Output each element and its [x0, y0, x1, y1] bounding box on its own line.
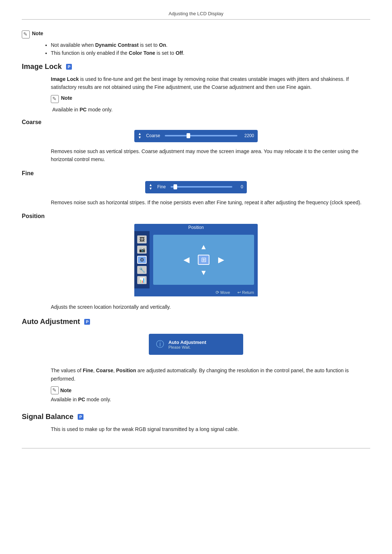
coarse-heading: Coarse [22, 119, 370, 126]
signal-balance-section: Signal Balance P This is used to make up… [22, 413, 370, 433]
bold-fine: Fine [83, 368, 93, 373]
image-lock-note-text: Available in PC mode only. [52, 107, 370, 112]
image-lock-description: Image Lock is used to fine-tune and get … [51, 75, 370, 91]
coarse-down-arrow[interactable]: ▼ [138, 136, 142, 139]
fine-down-arrow[interactable]: ▼ [149, 187, 152, 190]
bold-coarse: Coarse [96, 368, 113, 373]
auto-adjustment-title: Auto Adjustment [22, 317, 80, 326]
position-left-arrow[interactable]: ◀ [184, 255, 189, 264]
auto-adjustment-description: The values of Fine, Coarse, Position are… [51, 366, 370, 383]
position-heading: Position [22, 213, 370, 219]
auto-adjustment-section: Auto Adjustment P ⓘ Auto Adjustment Plea… [22, 317, 370, 402]
note-label-top: Note [32, 30, 43, 36]
top-note-list: Not available when Dynamic Contrast is s… [51, 42, 370, 56]
note-label-imagelock: Note [61, 95, 72, 101]
position-footer-return: Return [242, 290, 254, 295]
pos-sidebar-icon-5[interactable]: 📊 [137, 276, 147, 284]
note-label-autoadj: Note [60, 387, 72, 393]
note-icon-imagelock [51, 95, 59, 103]
coarse-label: Coarse [145, 133, 161, 138]
position-return-label: ↩ Return [237, 290, 254, 295]
position-section: Position Position 🖼 📷 ⚙ 🔧 📊 ▲ [22, 213, 370, 311]
coarse-description: Removes noise such as vertical stripes. … [51, 147, 370, 164]
pos-sidebar-icon-4[interactable]: 🔧 [137, 266, 147, 274]
image-lock-p-icon: P [66, 64, 72, 70]
position-sidebar: 🖼 📷 ⚙ 🔧 📊 [134, 231, 150, 288]
auto-adj-note-block: Note [51, 386, 370, 394]
bold-pc-mode-2: PC [78, 397, 85, 402]
header-title: Adjusting the LCD Display [168, 11, 223, 16]
position-move-label: ⟳ Move [216, 290, 230, 295]
position-down-row: ▼ [200, 268, 207, 277]
fine-description: Removes noise such as horizontal stripes… [51, 198, 370, 206]
pos-sidebar-icon-1[interactable]: 🖼 [137, 235, 147, 243]
bold-pc-mode-1: PC [79, 107, 86, 112]
position-right-arrow[interactable]: ▶ [218, 255, 224, 264]
image-lock-section: Image Lock P Image Lock is used to fine-… [22, 62, 370, 112]
position-description: Adjusts the screen location horizontally… [51, 303, 370, 311]
return-icon: ↩ [237, 290, 241, 295]
position-footer-move: Move [220, 290, 230, 295]
fine-thumb[interactable] [173, 184, 177, 189]
position-up-arrow[interactable]: ▲ [200, 243, 207, 251]
auto-adjustment-widget: ⓘ Auto Adjustment Please Wait. [149, 334, 243, 355]
page-header: Adjusting the LCD Display [22, 11, 370, 20]
bold-color-tone: Color Tone [129, 50, 155, 56]
bold-off: Off [176, 50, 183, 56]
position-center: ▲ ◀ ⊞ ▶ ▼ [153, 235, 254, 285]
page-footer [22, 448, 370, 448]
fine-arrows: ▲ ▼ [149, 183, 152, 190]
fine-heading: Fine [22, 170, 370, 177]
auto-adj-title: Auto Adjustment [168, 340, 206, 345]
coarse-track[interactable] [165, 135, 237, 136]
fine-value: 0 [236, 184, 243, 189]
position-center-icon: ⊞ [198, 255, 209, 265]
position-widget: Position 🖼 📷 ⚙ 🔧 📊 ▲ ◀ ⊞ [134, 224, 258, 296]
position-title-bar: Position [134, 224, 258, 231]
fine-section: Fine ▲ ▼ Fine 0 Removes noise such as ho… [22, 170, 370, 206]
pos-sidebar-icon-2[interactable]: 📷 [137, 246, 147, 254]
note-icon-autoadj [51, 386, 59, 394]
auto-adj-text: Auto Adjustment Please Wait. [168, 340, 206, 349]
top-note-block: Note Not available when Dynamic Contrast… [22, 30, 370, 56]
position-mid-row: ◀ ⊞ ▶ [184, 255, 224, 265]
top-note-item-1: Not available when Dynamic Contrast is s… [51, 42, 370, 48]
position-up-row: ▲ [200, 243, 207, 251]
image-lock-heading: Image Lock P [22, 62, 370, 71]
top-note-item-2: This function is only enabled if the Col… [51, 50, 370, 56]
note-icon-top [22, 30, 30, 38]
bold-position: Position [116, 368, 136, 373]
pos-sidebar-icon-3[interactable]: ⚙ [137, 256, 147, 264]
auto-adjustment-heading: Auto Adjustment P [22, 317, 370, 326]
position-body: 🖼 📷 ⚙ 🔧 📊 ▲ ◀ ⊞ ▶ [134, 231, 258, 288]
position-down-arrow[interactable]: ▼ [200, 268, 207, 277]
signal-balance-title: Signal Balance [22, 413, 73, 421]
auto-adj-icon: ⓘ [156, 339, 164, 350]
fine-track[interactable] [171, 186, 232, 188]
fine-slider-widget: ▲ ▼ Fine 0 [145, 181, 247, 193]
auto-adj-subtitle: Please Wait. [168, 345, 206, 349]
coarse-arrows: ▲ ▼ [138, 132, 142, 139]
coarse-slider-widget: ▲ ▼ Coarse 2200 [134, 130, 258, 142]
image-lock-bold: Image Lock [51, 76, 79, 82]
image-lock-note-block: Note Available in PC mode only. [51, 95, 370, 112]
fine-label: Fine [156, 184, 167, 189]
coarse-section: Coarse ▲ ▼ Coarse 2200 Removes noise suc… [22, 119, 370, 164]
page: Adjusting the LCD Display Note Not avail… [0, 0, 392, 554]
bold-dynamic-contrast: Dynamic Contrast [95, 42, 139, 48]
signal-balance-description: This is used to make up for the weak RGB… [51, 425, 370, 433]
bold-on: On [159, 42, 166, 48]
image-lock-title: Image Lock [22, 62, 62, 71]
signal-balance-heading: Signal Balance P [22, 413, 370, 421]
auto-adj-note-text: Available in PC mode only. [51, 397, 370, 402]
coarse-thumb[interactable] [187, 133, 190, 138]
move-icon: ⟳ [216, 290, 219, 295]
auto-adjustment-p-icon: P [84, 319, 90, 325]
coarse-value: 2200 [241, 133, 254, 138]
signal-balance-p-icon: P [78, 414, 83, 420]
position-footer: ⟳ Move ↩ Return [134, 288, 258, 296]
